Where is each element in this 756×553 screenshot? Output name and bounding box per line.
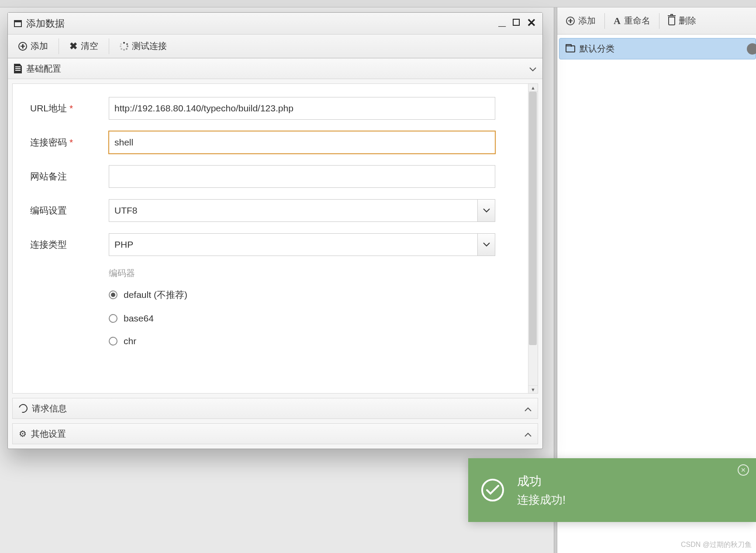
toast-title: 成功 — [517, 473, 566, 490]
conn-type-select[interactable]: PHP — [109, 233, 495, 256]
dialog-titlebar[interactable]: 添加数据 _ ✕ — [8, 13, 542, 35]
password-input[interactable] — [109, 131, 495, 154]
radio-label: chr — [124, 336, 136, 346]
encoding-value: UTF8 — [114, 205, 138, 216]
trash-icon — [668, 17, 675, 25]
encoder-sublabel: 编码器 — [109, 267, 520, 279]
add-label: 添加 — [31, 40, 48, 52]
section-title: 请求信息 — [32, 403, 67, 415]
chevron-down-icon — [477, 234, 495, 256]
category-label: 默认分类 — [580, 43, 614, 55]
radio-label: default (不推荐) — [124, 289, 187, 301]
password-row: 连接密码* — [30, 131, 520, 154]
conn-type-value: PHP — [114, 239, 133, 250]
basic-config-body: URL地址* 连接密码* 网站备注 编码设置 UTF8 — [12, 83, 538, 394]
app-top-strip — [0, 0, 756, 7]
separator — [604, 13, 605, 29]
encoder-option-default[interactable]: default (不推荐) — [109, 289, 520, 301]
scrollbar[interactable]: ▲ ▼ — [528, 84, 538, 393]
basic-config-header[interactable]: 基础配置 — [8, 58, 542, 79]
window-controls: _ ✕ — [498, 17, 536, 30]
x-icon: ✖ — [69, 41, 77, 52]
separator — [659, 13, 659, 29]
plus-circle-icon — [566, 17, 575, 25]
section-title: 其他设置 — [31, 428, 66, 440]
encoder-option-chr[interactable]: chr — [109, 336, 520, 346]
rp-add-button[interactable]: 添加 — [560, 12, 602, 29]
window-icon — [14, 20, 22, 27]
success-toast: 成功 连接成功! ✕ — [468, 458, 756, 522]
category-item[interactable]: 默认分类 — [559, 38, 756, 59]
dialog-toolbar: 添加 ✖ 清空 测试连接 — [8, 35, 542, 58]
chevron-down-icon — [477, 200, 495, 221]
password-label: 连接密码* — [30, 136, 109, 149]
chevron-up-icon — [525, 404, 532, 414]
chevron-down-icon — [529, 64, 536, 74]
toast-close-button[interactable]: ✕ — [738, 464, 749, 476]
scroll-thumb[interactable] — [529, 92, 537, 345]
url-row: URL地址* — [30, 97, 520, 120]
add-data-dialog: 添加数据 _ ✕ 添加 ✖ 清空 测试连接 基 — [7, 12, 543, 449]
encoding-label: 编码设置 — [30, 204, 109, 217]
maximize-button[interactable] — [513, 19, 520, 26]
url-input[interactable] — [109, 97, 495, 120]
other-settings-header[interactable]: ⚙ 其他设置 — [12, 423, 538, 444]
rp-rename-button[interactable]: A 重命名 — [608, 12, 656, 29]
radio-icon — [109, 314, 117, 323]
request-info-header[interactable]: 请求信息 — [12, 398, 538, 419]
test-label: 测试连接 — [132, 40, 167, 52]
watermark: CSDN @过期的秋刀鱼 — [681, 540, 752, 550]
section-title: 基础配置 — [26, 63, 61, 75]
encoding-row: 编码设置 UTF8 — [30, 199, 520, 222]
font-icon: A — [614, 15, 621, 27]
toast-text: 成功 连接成功! — [517, 473, 566, 508]
add-button[interactable]: 添加 — [8, 35, 59, 58]
clear-label: 清空 — [81, 40, 98, 52]
scroll-up-icon[interactable]: ▲ — [528, 84, 538, 92]
dialog-title: 添加数据 — [26, 17, 498, 30]
url-label: URL地址* — [30, 102, 109, 114]
config-form: URL地址* 连接密码* 网站备注 编码设置 UTF8 — [13, 84, 538, 346]
conn-type-row: 连接类型 PHP — [30, 233, 520, 256]
folder-icon — [566, 45, 575, 52]
rp-delete-label: 删除 — [679, 15, 696, 27]
count-badge — [747, 43, 756, 55]
close-button[interactable]: ✕ — [527, 17, 536, 30]
plus-circle-icon — [18, 42, 27, 51]
check-circle-icon — [481, 479, 504, 501]
edge-icon — [17, 402, 29, 414]
minimize-button[interactable]: _ — [498, 14, 506, 28]
scroll-down-icon[interactable]: ▼ — [528, 385, 538, 393]
encoding-select[interactable]: UTF8 — [109, 199, 495, 222]
test-connection-button[interactable]: 测试连接 — [109, 35, 177, 58]
rp-rename-label: 重命名 — [624, 15, 650, 27]
chevron-up-icon — [525, 429, 532, 439]
radio-label: base64 — [124, 313, 154, 324]
radio-icon — [109, 337, 117, 346]
conn-type-label: 连接类型 — [30, 238, 109, 251]
note-label: 网站备注 — [30, 170, 109, 183]
radio-icon — [109, 290, 117, 299]
clear-button[interactable]: ✖ 清空 — [59, 35, 109, 58]
toast-message: 连接成功! — [517, 492, 566, 508]
document-icon — [14, 64, 22, 73]
note-input[interactable] — [109, 165, 495, 188]
rp-add-label: 添加 — [578, 15, 596, 27]
note-row: 网站备注 — [30, 165, 520, 188]
right-panel-toolbar: 添加 A 重命名 删除 — [557, 7, 756, 35]
rp-delete-button[interactable]: 删除 — [662, 12, 702, 29]
spinner-icon — [120, 42, 128, 51]
gears-icon: ⚙ — [19, 429, 27, 439]
encoder-option-base64[interactable]: base64 — [109, 313, 520, 324]
